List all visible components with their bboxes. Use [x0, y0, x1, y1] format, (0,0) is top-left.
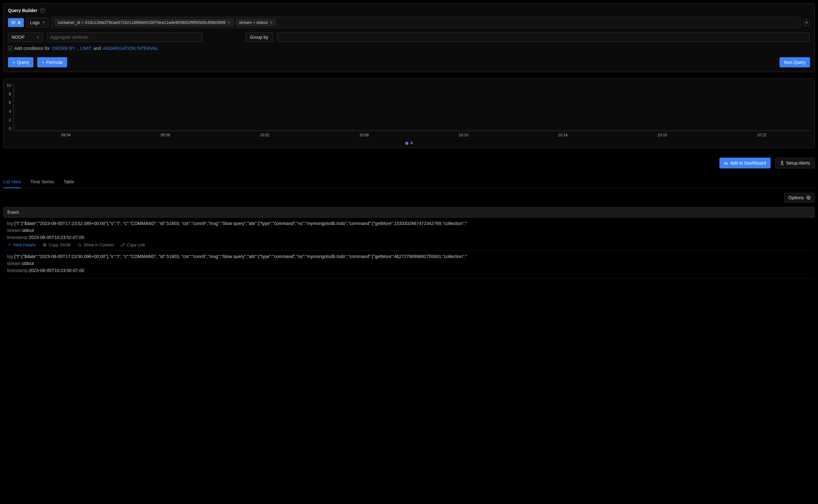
result-tabs: List View Time Series Table	[3, 176, 815, 188]
legend-dot-icon	[405, 142, 408, 145]
run-query-button[interactable]: Run Query	[780, 57, 810, 67]
chart-plot[interactable]	[13, 83, 811, 131]
expand-icon	[7, 243, 11, 247]
svg-point-0	[13, 22, 14, 23]
query-builder-panel: Query Builder ? A Logs ▼ container_id = …	[3, 3, 815, 72]
aggregation-function-value: NOOP	[11, 35, 24, 40]
limit-link[interactable]: LIMIT	[80, 46, 92, 51]
chart-icon	[724, 161, 728, 165]
add-query-label: Query	[17, 60, 29, 65]
add-query-button[interactable]: + Query	[8, 57, 33, 67]
log-row[interactable]: log:{"t":{"$date":"2023-08-05T17:23:50.0…	[3, 251, 815, 278]
tab-list-view[interactable]: List View	[3, 176, 21, 188]
add-formula-button[interactable]: + Formula	[37, 57, 67, 67]
add-formula-label: Formula	[46, 60, 63, 65]
source-select[interactable]: Logs ▼	[26, 18, 49, 27]
query-builder-title: Query Builder	[8, 8, 37, 13]
add-to-dashboard-label: Add to Dashboard	[730, 160, 766, 166]
aggregation-function-select[interactable]: NOOP ▼	[8, 32, 43, 42]
add-to-dashboard-button[interactable]: Add to Dashboard	[719, 158, 771, 168]
svg-rect-3	[727, 163, 728, 165]
timestamp-field-label: timestamp:	[7, 268, 29, 273]
tab-table[interactable]: Table	[64, 176, 74, 188]
legend-label: A	[410, 140, 413, 145]
filter-tag[interactable]: stream = stdout ✕	[236, 19, 276, 26]
query-badge-a[interactable]: A	[8, 18, 24, 27]
log-row[interactable]: log:{"t":{"$date":"2023-08-05T17:23:52.0…	[3, 218, 815, 251]
clear-query-icon[interactable]: ✕	[803, 19, 810, 26]
filter-tag[interactable]: container_id = 019c12bfa378cae5726211868…	[55, 19, 234, 26]
source-select-value: Logs	[30, 20, 39, 25]
plus-icon: +	[42, 60, 44, 65]
remove-tag-icon[interactable]: ✕	[269, 20, 273, 25]
link-icon	[121, 243, 125, 247]
conditions-prefix: Add conditions for	[14, 46, 50, 51]
chevron-down-icon: ▼	[36, 36, 39, 39]
log-field-label: log:	[7, 221, 14, 226]
timestamp-field-value: 2023-08-05T10:23:50-07:00	[29, 268, 84, 273]
remove-tag-icon[interactable]: ✕	[228, 20, 231, 25]
svg-rect-1	[724, 163, 725, 165]
filter-tags-input[interactable]: container_id = 019c12bfa378cae5726211868…	[51, 17, 801, 28]
chart-legend: A	[7, 140, 811, 145]
stream-field-value: stdout	[22, 261, 34, 266]
plus-icon: +	[12, 60, 15, 65]
order-by-link[interactable]: ORDER BY	[52, 46, 75, 51]
filter-tag-text: stream = stdout	[239, 20, 268, 25]
group-by-input[interactable]	[277, 32, 810, 42]
log-field-value: {"t":{"$date":"2023-08-05T17:23:50.096+0…	[14, 254, 467, 259]
add-conditions-row[interactable]: + Add conditions for ORDER BY, LIMIT and…	[8, 46, 810, 51]
aggregate-attribute-input[interactable]: Aggregate attribute	[47, 32, 202, 42]
svg-rect-2	[726, 162, 726, 165]
setup-alerts-label: Setup Alerts	[786, 160, 810, 166]
query-badge-label: A	[17, 20, 21, 25]
group-by-label: Group by	[245, 32, 273, 42]
chevron-down-icon: ▼	[42, 21, 45, 24]
stream-field-label: stream:	[7, 261, 22, 266]
setup-alerts-button[interactable]: Setup Alerts	[775, 158, 815, 168]
gear-icon	[806, 195, 811, 200]
stream-field-label: stream:	[7, 228, 22, 233]
tab-time-series[interactable]: Time Series	[31, 176, 54, 188]
log-field-label: log:	[7, 254, 14, 259]
alert-icon	[780, 161, 784, 165]
timestamp-field-label: timestamp:	[7, 235, 29, 240]
filter-tag-text: container_id = 019c12bfa378cae5726211868…	[58, 20, 226, 25]
view-details-button[interactable]: View Details	[7, 242, 36, 247]
log-field-value: {"t":{"$date":"2023-08-05T17:23:52.089+0…	[14, 221, 467, 226]
timestamp-field-value: 2023-08-05T10:23:52-07:00	[29, 235, 84, 240]
aggregation-interval-link[interactable]: AGGREGATION INTERVAL	[103, 46, 158, 51]
options-button[interactable]: Options	[784, 193, 815, 202]
show-in-context-button[interactable]: Show in Context	[78, 242, 114, 247]
y-axis: 1086420	[7, 83, 13, 131]
context-icon	[78, 243, 82, 247]
event-column-header: Event	[3, 207, 815, 218]
stream-field-value: stdout	[22, 228, 34, 233]
chart-panel: 1086420 09:5409:5810:0210:0610:1010:1410…	[3, 78, 815, 148]
copy-icon	[43, 243, 47, 247]
svg-point-7	[78, 243, 81, 246]
help-icon[interactable]: ?	[40, 8, 45, 13]
options-label: Options	[788, 195, 804, 200]
x-axis: 09:5409:5810:0210:0610:1010:1410:1810:22	[16, 133, 811, 137]
svg-point-4	[808, 197, 809, 198]
eye-icon	[11, 20, 16, 25]
copy-json-button[interactable]: Copy JSON	[43, 242, 71, 247]
copy-link-button[interactable]: Copy Link	[121, 242, 145, 247]
plus-icon: +	[8, 46, 12, 51]
